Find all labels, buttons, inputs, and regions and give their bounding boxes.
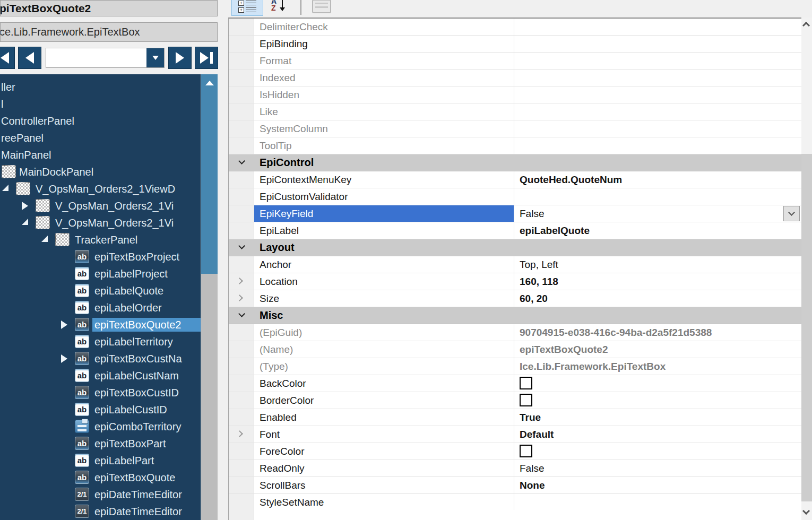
value-dropdown-button[interactable] [783,206,800,221]
property-name[interactable]: (Name) [254,341,514,358]
expand-icon[interactable] [61,354,67,363]
tree-item-V_OpsMan_Orders2_1Vi[interactable]: V_OpsMan_Orders2_1Vi [0,197,218,214]
category-collapse-icon[interactable] [238,310,245,317]
tree-scroll-up-icon[interactable] [205,81,214,85]
property-row-Size[interactable]: Size60, 20 [229,290,801,307]
property-expand-icon[interactable] [236,278,243,284]
property-pages-button[interactable] [307,0,336,16]
property-value[interactable]: epiLabelQuote [514,222,801,239]
property-value[interactable]: None [514,477,801,493]
property-value[interactable]: 90704915-e038-416c-94ba-d2a5f21d5388 [514,324,801,341]
property-row-EpiLabel[interactable]: EpiLabelepiLabelQuote [229,222,801,239]
property-grid-scrollbar-thumb[interactable] [801,154,812,501]
collapse-icon[interactable] [41,236,48,242]
property-name[interactable]: EpiContextMenuKey [254,171,514,188]
tree-item-MainDockPanel[interactable]: MainDockPanel [0,163,218,180]
property-expand-icon[interactable] [236,430,243,437]
property-row-IsHidden[interactable]: IsHidden [229,86,801,103]
property-name[interactable]: (EpiGuid) [254,324,514,341]
property-name[interactable]: EpiCustomValidator [254,188,514,205]
collapse-icon[interactable] [2,185,8,191]
property-row-EpiBinding[interactable]: EpiBinding [229,36,801,53]
property-row-EpiKeyField[interactable]: EpiKeyFieldFalse [229,205,801,222]
tree-item-epiTextBoxPart[interactable]: abepiTextBoxPart [0,435,218,452]
category-row-Misc[interactable]: Misc [229,307,801,324]
property-name[interactable]: Font [254,426,514,443]
tree-item-epiLabelCustID[interactable]: abepiLabelCustID [0,401,218,418]
property-name[interactable]: EpiLabel [254,222,514,239]
property-row-SystemColumn[interactable]: SystemColumn [229,120,801,137]
tree-scrollbar-thumb[interactable] [201,74,218,274]
property-value[interactable]: False [514,205,801,222]
property-row-EpiContextMenuKey[interactable]: EpiContextMenuKeyQuoteHed.QuoteNum [229,171,801,188]
property-value[interactable] [514,19,801,35]
property-name[interactable]: Enabled [254,409,514,426]
navigator-dropdown-button[interactable] [146,48,164,67]
tree-item-epiTextBoxCustID[interactable]: abepiTextBoxCustID [0,384,218,401]
property-row-(Name)[interactable]: (Name)epiTextBoxQuote2 [229,341,801,358]
property-name[interactable]: StyleSetName [254,494,514,510]
tree-item-ControllerPanel[interactable]: ControllerPanel [0,112,218,129]
expand-icon[interactable] [22,202,28,210]
scroll-up-icon[interactable] [802,22,810,29]
property-row-Format[interactable]: Format [229,53,801,70]
tree-item-epiLabelProject[interactable]: abepiLabelProject [0,265,218,282]
property-name[interactable]: IsHidden [254,86,514,103]
property-row-ForeColor[interactable]: ForeColor [229,443,801,460]
tree-item-epiLabelQuote[interactable]: abepiLabelQuote [0,282,218,299]
property-name[interactable]: ForeColor [254,443,514,460]
property-name[interactable]: ScrollBars [254,477,514,493]
property-name[interactable]: ReadOnly [254,460,514,476]
property-row-ReadOnly[interactable]: ReadOnlyFalse [229,460,801,477]
property-row-Indexed[interactable]: Indexed [229,70,801,86]
tree-item-epiLabelOrder[interactable]: abepiLabelOrder [0,299,218,316]
tree-item-TrackerPanel[interactable]: TrackerPanel [0,231,218,248]
property-name[interactable]: EpiKeyField [254,205,514,222]
property-value[interactable] [514,188,801,205]
tree-item-reePanel[interactable]: reePanel [0,129,218,146]
property-grid-scrollbar[interactable] [801,18,812,520]
property-row-ToolTip[interactable]: ToolTip [229,137,801,154]
property-name[interactable]: Anchor [254,256,514,273]
tree-item-epiTextBoxProject[interactable]: abepiTextBoxProject [0,248,218,265]
property-value[interactable]: Top, Left [514,256,801,273]
property-row-(Type)[interactable]: (Type)Ice.Lib.Framework.EpiTextBox [229,358,801,375]
tree-item-ller[interactable]: ller [0,79,218,96]
property-name[interactable]: EpiBinding [254,36,514,52]
tree-item-epiLabelCustNam[interactable]: abepiLabelCustNam [0,367,218,384]
tree-item-MainPanel[interactable]: MainPanel [0,146,218,163]
property-name[interactable]: Location [254,273,514,290]
alphabetical-sort-button[interactable]: AZ [265,0,296,16]
property-value[interactable]: Ice.Lib.Framework.EpiTextBox [514,358,801,375]
property-value[interactable]: False [514,460,801,476]
property-name[interactable]: Indexed [254,70,514,86]
property-value[interactable] [514,392,801,409]
property-value[interactable] [514,86,801,103]
property-row-Anchor[interactable]: AnchorTop, Left [229,256,801,273]
property-row-BackColor[interactable]: BackColor [229,375,801,392]
tree-item-epiDateTimeEditor[interactable]: 2/1epiDateTimeEditor [0,486,218,503]
property-value[interactable]: True [514,409,801,426]
property-value[interactable]: 160, 118 [514,273,801,290]
property-value[interactable] [514,443,801,460]
property-row-Location[interactable]: Location160, 118 [229,273,801,290]
property-name[interactable]: Format [254,53,514,69]
tree-item-epiLabelTerritory[interactable]: abepiLabelTerritory [0,333,218,350]
property-value[interactable] [514,53,801,69]
tree-item-l[interactable]: l [0,96,218,112]
category-row-EpiControl[interactable]: EpiControl [229,154,801,171]
property-value[interactable]: Default [514,426,801,443]
move-previous-button[interactable] [18,47,41,69]
tree-item-epiTextBoxQuote[interactable]: abepiTextBoxQuote [0,469,218,486]
navigator-combo[interactable] [46,48,165,68]
move-first-button[interactable] [0,47,15,69]
category-collapse-icon[interactable] [238,242,245,249]
property-name[interactable]: DelimiterCheck [254,19,514,35]
property-row-Enabled[interactable]: EnabledTrue [229,409,801,426]
property-value[interactable] [514,137,801,154]
tree-scrollbar[interactable] [201,74,218,520]
property-name[interactable]: Size [254,290,514,307]
property-row-Font[interactable]: FontDefault [229,426,801,443]
property-value[interactable] [514,494,801,510]
property-name[interactable]: SystemColumn [254,120,514,137]
